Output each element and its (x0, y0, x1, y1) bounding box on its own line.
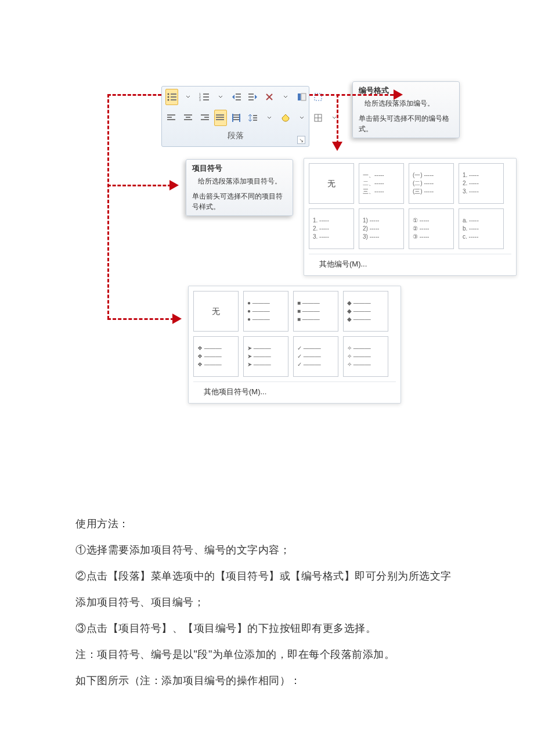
svg-rect-7 (203, 93, 209, 95)
gallery-cell[interactable]: 1. -----2. -----3. ----- (309, 208, 354, 249)
borders-dropdown[interactable] (328, 110, 341, 126)
tooltip-line: 给所选段落添加编号。 (359, 98, 453, 109)
arrow-head-icon (169, 180, 179, 190)
ribbon-paragraph-group: 123 段落 ↘ (161, 86, 309, 147)
instructions-line: 如下图所示（注：添加项目编号的操作相同）： (75, 668, 459, 694)
svg-rect-23 (167, 119, 175, 120)
arrow-head-icon (332, 142, 342, 151)
gallery-cell[interactable]: ◆ ———◆ ———◆ ——— (343, 291, 388, 332)
gallery-cell[interactable]: 1. -----2. -----3. ----- (459, 163, 504, 204)
diagram-area: 123 段落 ↘ 编号格式 给所选段落添加编号。 (75, 81, 459, 418)
svg-rect-18 (298, 93, 301, 100)
arrow-line (107, 94, 161, 96)
svg-rect-26 (184, 119, 192, 120)
gallery-cell[interactable]: ✧ ———✧ ———✧ ——— (343, 336, 388, 377)
svg-rect-24 (184, 114, 192, 116)
svg-rect-22 (167, 117, 172, 118)
gallery-cell[interactable]: ✓ ———✓ ———✓ ——— (293, 336, 338, 377)
svg-rect-33 (232, 114, 240, 116)
svg-rect-21 (167, 114, 175, 116)
shading-dropdown[interactable] (295, 110, 308, 126)
instructions-line: ①选择需要添加项目符号、编号的文字内容； (75, 537, 459, 563)
borders-button[interactable] (312, 110, 324, 126)
gallery-none[interactable]: 无 (309, 163, 354, 204)
svg-rect-12 (236, 93, 241, 95)
svg-rect-39 (253, 117, 257, 118)
svg-text:3: 3 (199, 98, 201, 102)
numbering-dropdown[interactable] (214, 89, 227, 105)
align-center-button[interactable] (182, 110, 194, 126)
align-justify-button[interactable] (214, 110, 227, 126)
decrease-indent-button[interactable] (230, 89, 243, 105)
arrow-line (309, 94, 394, 96)
svg-rect-25 (186, 117, 190, 118)
gallery-more-bullets[interactable]: 其他项目符号(M)... (193, 381, 396, 403)
numbering-button[interactable]: 123 (198, 89, 211, 105)
gallery-cell[interactable]: (一) -----(二) -----(三) ----- (409, 163, 454, 204)
gallery-cell[interactable]: ● ———● ———● ——— (243, 291, 288, 332)
tooltip-line: 给所选段落添加项目符号。 (192, 176, 287, 186)
align-right-button[interactable] (198, 110, 211, 126)
text-tools-button[interactable] (295, 89, 308, 105)
svg-rect-29 (201, 119, 209, 120)
arrow-line (107, 94, 109, 319)
distribute-button[interactable] (230, 110, 243, 126)
gallery-cell[interactable]: a. -----b. -----c. ----- (459, 208, 504, 249)
align-left-button[interactable] (165, 110, 178, 126)
line-spacing-dropdown[interactable] (263, 110, 276, 126)
tooltip-numbering: 编号格式 给所选段落添加编号。 单击箭头可选择不同的编号格式。 (352, 81, 460, 138)
svg-rect-30 (216, 114, 224, 116)
svg-point-0 (168, 93, 169, 95)
ribbon-group-label: 段落 (162, 128, 309, 141)
svg-point-2 (168, 96, 169, 98)
svg-rect-37 (239, 114, 240, 122)
svg-rect-28 (204, 117, 209, 118)
arrow-line (107, 185, 171, 186)
svg-rect-32 (216, 119, 224, 120)
gallery-cell[interactable]: 1) -----2) -----3) ----- (359, 208, 404, 249)
arrow-line (107, 318, 174, 320)
tooltip-line: 单击箭头可选择不同的编号格式。 (359, 113, 453, 134)
bullets-dropdown[interactable] (182, 89, 194, 105)
instructions-line: 注：项目符号、编号是以"段"为单位添加的，即在每个段落前添加。 (75, 642, 459, 668)
instructions-line: ③点击【项目符号】、【项目编号】的下拉按钮即有更多选择。 (75, 615, 459, 642)
tooltip-title: 项目符号 (192, 163, 287, 174)
gallery-more-numbering[interactable]: 其他编号(M)... (309, 254, 511, 275)
svg-rect-1 (171, 93, 176, 95)
numbering-gallery: 无 一、-----二、-----三、----- (一) -----(二) ---… (304, 158, 517, 276)
svg-rect-3 (171, 96, 176, 98)
dialog-launcher[interactable]: ↘ (297, 136, 305, 144)
instructions-heading: 使用方法： (75, 511, 459, 537)
svg-rect-15 (248, 93, 254, 95)
svg-rect-40 (253, 120, 257, 121)
svg-rect-31 (216, 117, 224, 118)
arrow-head-icon (172, 314, 182, 324)
selection-button[interactable] (312, 89, 324, 105)
gallery-none[interactable]: 无 (193, 291, 239, 332)
arrow-line (337, 94, 338, 144)
svg-rect-9 (203, 96, 209, 98)
bullets-gallery: 无 ● ———● ———● ——— ■ ———■ ———■ ——— ◆ ———◆… (188, 286, 401, 404)
clear-format-button[interactable] (263, 89, 276, 105)
svg-rect-19 (301, 93, 306, 100)
gallery-cell[interactable]: ➤ ———➤ ———➤ ——— (243, 336, 288, 377)
gallery-cell[interactable]: ■ ———■ ———■ ——— (293, 291, 338, 332)
svg-rect-36 (232, 114, 233, 122)
svg-rect-16 (248, 96, 254, 98)
clear-dropdown[interactable] (279, 89, 292, 105)
svg-rect-17 (248, 99, 254, 100)
gallery-cell[interactable]: 一、-----二、-----三、----- (359, 163, 404, 204)
shading-button[interactable] (279, 110, 292, 126)
svg-rect-5 (171, 99, 176, 100)
svg-rect-35 (232, 119, 240, 120)
svg-rect-11 (203, 99, 209, 100)
gallery-cell[interactable]: ❖ ———❖ ———❖ ——— (193, 336, 239, 377)
instructions-text: 使用方法： ①选择需要添加项目符号、编号的文字内容； ②点击【段落】菜单选项中的… (75, 511, 459, 694)
svg-rect-34 (232, 117, 240, 118)
increase-indent-button[interactable] (247, 89, 259, 105)
svg-rect-27 (201, 114, 209, 116)
line-spacing-button[interactable] (247, 110, 259, 126)
bullets-button[interactable] (165, 89, 178, 105)
gallery-cell[interactable]: ① -----② -----③ ----- (409, 208, 454, 249)
arrow-head-icon (394, 89, 403, 100)
